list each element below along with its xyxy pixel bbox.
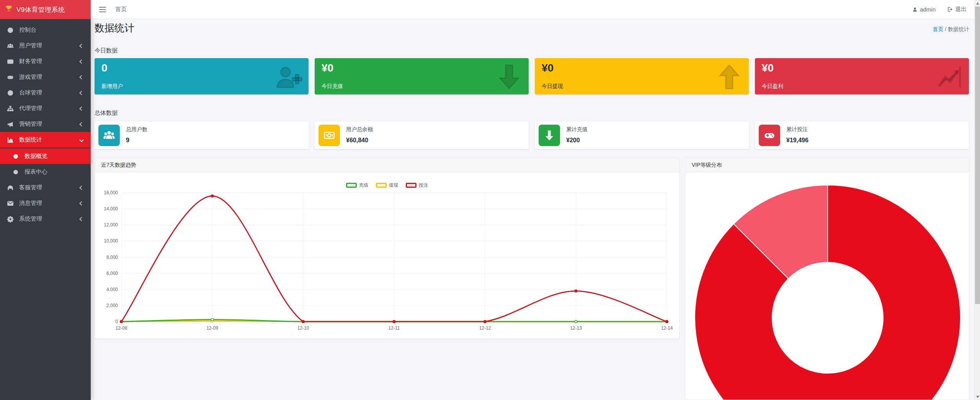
billiards-icon	[6, 89, 15, 96]
brand-header: V9体育管理系统	[0, 0, 91, 19]
stat-card-new-users[interactable]: 0 新增用户	[95, 58, 309, 94]
nav-home-link[interactable]: 首页	[115, 6, 127, 13]
chevron-left-icon	[79, 59, 83, 63]
sidebar-item-billiards-mgmt[interactable]: 台球管理	[0, 85, 91, 101]
svg-text:12-12: 12-12	[479, 325, 491, 331]
stat-value: ¥0	[542, 62, 554, 74]
sidebar-item-data-stats[interactable]: 数据统计	[0, 132, 91, 148]
svg-text:12-14: 12-14	[661, 325, 673, 331]
headset-icon	[6, 184, 15, 191]
stat-value: ¥0	[762, 62, 774, 74]
sidebar-item-label: 财务管理	[19, 58, 80, 65]
bar-chart-icon	[6, 137, 15, 143]
sidebar-item-label: 系统管理	[19, 215, 80, 223]
trend-chart-panel: 近7天数据趋势 充值 提现 投注 02,0004,0006,0008,00010…	[95, 158, 679, 339]
sign-out-icon	[947, 7, 953, 12]
svg-text:8,000: 8,000	[106, 255, 118, 260]
vertical-scrollbar[interactable]	[974, 0, 980, 400]
trend-line-chart[interactable]: 02,0004,0006,0008,00010,00012,00014,0001…	[95, 172, 679, 339]
svg-text:2,000: 2,000	[106, 303, 118, 308]
sidebar-item-label: 营销管理	[19, 120, 80, 128]
stat-label: 今日盈利	[762, 83, 783, 90]
summary-card-total-balance[interactable]: 用户总余额 ¥60,840	[315, 122, 529, 149]
chevron-down-icon	[79, 138, 83, 142]
logout-button[interactable]: 退出	[947, 6, 967, 13]
summary-card-total-bets[interactable]: 累计投注 ¥19,496	[755, 122, 969, 149]
svg-text:12-08: 12-08	[116, 325, 127, 331]
breadcrumb-home-link[interactable]: 首页	[933, 26, 943, 32]
chevron-left-icon	[79, 122, 83, 126]
megaphone-icon	[6, 121, 15, 128]
current-user[interactable]: admin	[912, 6, 936, 13]
stat-card-today-deposit[interactable]: ¥0 今日充值	[315, 58, 529, 94]
breadcrumb-current: 数据统计	[948, 26, 969, 32]
sidebar-item-finance-mgmt[interactable]: 财务管理	[0, 54, 91, 69]
sidebar-item-label: 消息管理	[19, 200, 80, 207]
svg-text:16,000: 16,000	[104, 190, 118, 195]
sidebar-item-label: 代理管理	[19, 105, 80, 112]
sidebar-item-system-mgmt[interactable]: 系统管理	[0, 211, 91, 227]
gamepad-icon	[6, 74, 15, 81]
chevron-left-icon	[79, 185, 83, 190]
sidebar-item-label: 报表中心	[24, 168, 91, 176]
trophy-icon	[5, 5, 13, 15]
chevron-left-icon	[79, 106, 83, 111]
user-plus-icon	[275, 63, 303, 91]
sidebar-toggle-icon[interactable]	[99, 7, 106, 12]
gear-icon	[6, 216, 15, 223]
summary-value: ¥200	[566, 137, 580, 144]
top-navbar: 首页 admin 退出	[91, 0, 974, 19]
sidebar-item-label: 客服管理	[19, 184, 80, 191]
gamepad-icon	[759, 125, 780, 146]
sidebar-item-report-center[interactable]: 报表中心	[0, 164, 91, 180]
finance-icon	[6, 58, 15, 65]
sidebar-item-console[interactable]: 控制台	[0, 22, 91, 38]
stat-card-today-profit[interactable]: ¥0 今日盈利	[755, 58, 969, 94]
svg-text:12-13: 12-13	[570, 325, 582, 331]
sidebar-item-agent-mgmt[interactable]: 代理管理	[0, 101, 91, 116]
vip-donut-chart[interactable]	[686, 172, 969, 400]
sidebar-item-label: 台球管理	[19, 89, 80, 96]
summary-card-total-users[interactable]: 总用户数 9	[95, 122, 309, 149]
chevron-left-icon	[79, 44, 83, 48]
summary-label: 用户总余额	[346, 126, 373, 133]
sidebar-item-marketing-mgmt[interactable]: 营销管理	[0, 116, 91, 132]
summary-card-total-deposit[interactable]: 累计充值 ¥200	[535, 122, 749, 149]
sidebar-item-label: 数据统计	[19, 136, 80, 143]
sidebar-item-game-mgmt[interactable]: 游戏管理	[0, 69, 91, 85]
svg-text:10,000: 10,000	[104, 238, 118, 244]
app-title: V9体育管理系统	[16, 5, 65, 14]
chevron-left-icon	[79, 75, 83, 79]
circle-icon	[11, 153, 20, 160]
breadcrumb: 首页 / 数据统计	[933, 26, 969, 33]
sidebar-item-data-overview[interactable]: 数据概览	[0, 148, 91, 164]
summary-value: ¥60,840	[346, 137, 368, 144]
svg-text:4,000: 4,000	[106, 287, 118, 292]
stat-card-today-withdraw[interactable]: ¥0 今日提现	[535, 58, 749, 94]
trend-panel-title: 近7天数据趋势	[95, 158, 679, 172]
users-icon	[98, 125, 120, 146]
chevron-left-icon	[79, 91, 83, 95]
envelope-icon	[6, 200, 15, 207]
sidebar-item-user-mgmt[interactable]: 用户管理	[0, 38, 91, 54]
stat-label: 今日提现	[542, 83, 563, 90]
chevron-left-icon	[79, 217, 83, 221]
stat-label: 新增用户	[101, 83, 123, 90]
users-icon	[6, 42, 15, 49]
sidebar-item-support-mgmt[interactable]: 客服管理	[0, 180, 91, 195]
sidebar-item-label: 数据概览	[24, 153, 91, 160]
svg-text:12,000: 12,000	[104, 222, 118, 228]
scroll-up-button[interactable]	[975, 0, 980, 7]
svg-text:12-10: 12-10	[297, 325, 309, 331]
scroll-down-button[interactable]	[975, 393, 980, 400]
arrow-down-icon	[539, 125, 560, 146]
scrollbar-thumb[interactable]	[975, 7, 980, 304]
summary-label: 总用户数	[126, 126, 147, 133]
sidebar-item-message-mgmt[interactable]: 消息管理	[0, 195, 91, 211]
section-label-today: 今日数据	[95, 47, 118, 54]
section-label-overall: 总体数据	[95, 109, 118, 117]
svg-text:12-09: 12-09	[206, 325, 218, 331]
user-icon	[912, 7, 918, 12]
svg-text:14,000: 14,000	[104, 206, 118, 211]
sidebar-item-label: 控制台	[19, 26, 91, 34]
